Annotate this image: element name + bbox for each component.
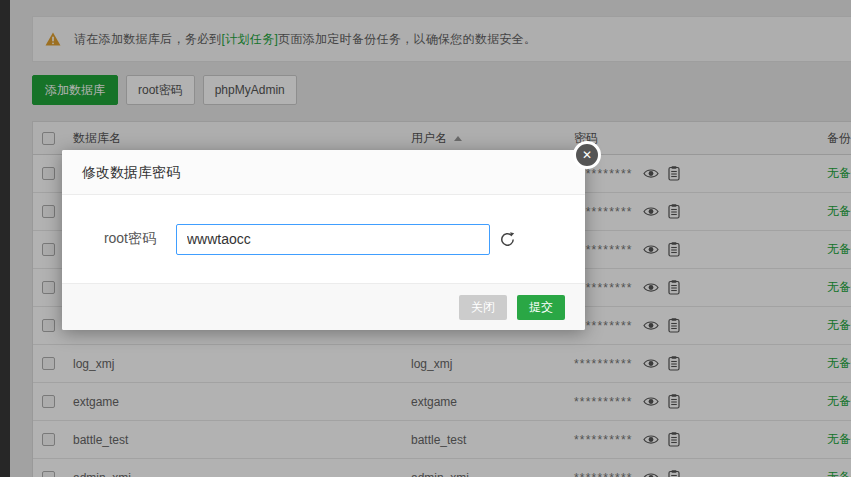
root-password-input[interactable] bbox=[176, 224, 490, 255]
close-button[interactable]: 关闭 bbox=[459, 295, 507, 320]
generate-password-refresh-icon[interactable] bbox=[499, 231, 516, 248]
change-password-dialog: ✕ 修改数据库密码 root密码 关闭 提交 bbox=[62, 150, 585, 330]
close-icon[interactable]: ✕ bbox=[573, 141, 601, 169]
dialog-title: 修改数据库密码 bbox=[62, 150, 585, 195]
submit-button[interactable]: 提交 bbox=[517, 295, 565, 320]
dialog-body: root密码 bbox=[62, 195, 585, 283]
dialog-footer: 关闭 提交 bbox=[62, 283, 585, 330]
root-password-label: root密码 bbox=[62, 230, 176, 248]
